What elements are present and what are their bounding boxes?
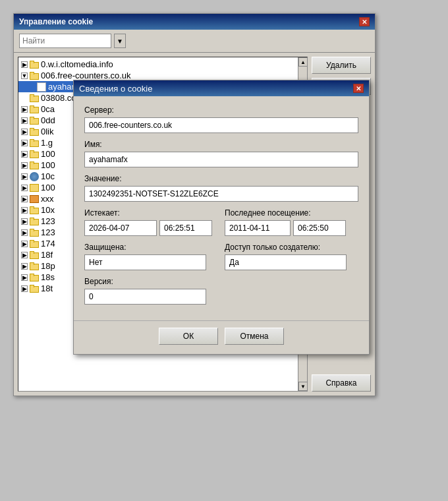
date-row: Истекает: Последнее посещение:: [84, 208, 358, 236]
tree-item-label: xxx: [41, 194, 54, 204]
last-visit-date-field[interactable]: [225, 220, 291, 236]
tree-item-label: 100: [41, 160, 55, 170]
expand-icon[interactable]: ▶: [21, 162, 28, 169]
dialog-title: Сведения о cookie: [79, 84, 152, 94]
search-dropdown-button[interactable]: ▼: [114, 34, 126, 48]
expand-icon[interactable]: ▼: [21, 73, 28, 79]
version-label: Версия:: [84, 277, 358, 286]
tree-item-label: 1.g: [41, 138, 53, 148]
expand-icon[interactable]: ▶: [21, 140, 28, 146]
expires-group: Истекает:: [84, 208, 218, 236]
expand-icon[interactable]: ▶: [21, 173, 28, 180]
tree-item-label: 174: [41, 239, 55, 249]
toolbar: ▼: [14, 30, 375, 53]
expires-time-field[interactable]: [159, 220, 212, 236]
expand-icon[interactable]: ▶: [21, 207, 28, 214]
dialog-body: Сервер: Имя: Значение: Истекает: Последн…: [74, 96, 369, 320]
scroll-down-button[interactable]: ▼: [298, 382, 308, 391]
tree-item-label: 006.free-counters.co.uk: [41, 71, 131, 80]
creator-only-label: Доступ только создателю:: [225, 243, 358, 252]
dialog-footer: ОК Отмена: [74, 320, 369, 354]
main-title: Управление cookie: [19, 17, 93, 26]
server-field[interactable]: [84, 117, 358, 133]
expand-icon[interactable]: ▶: [21, 61, 28, 68]
expand-icon[interactable]: ▶: [21, 117, 28, 124]
expand-icon[interactable]: ▶: [21, 106, 28, 113]
expand-icon[interactable]: ▶: [21, 274, 28, 281]
value-field[interactable]: [84, 186, 358, 202]
expand-icon[interactable]: ▶: [21, 285, 28, 292]
dialog-close-button[interactable]: ✕: [353, 84, 364, 93]
expand-icon[interactable]: ▶: [21, 218, 28, 225]
creator-only-field[interactable]: [225, 254, 347, 270]
main-titlebar: Управление cookie ✕: [14, 14, 375, 30]
server-label: Сервер:: [84, 105, 358, 115]
main-window: Управление cookie ✕ ▼ ▶ 0.w.i.cltomedia.…: [13, 13, 376, 396]
expand-icon[interactable]: ▶: [21, 129, 28, 135]
expand-icon[interactable]: ▶: [21, 263, 28, 270]
expand-icon[interactable]: ▶: [21, 151, 28, 158]
expand-icon[interactable]: ▶: [21, 252, 28, 258]
last-visit-group: Последнее посещение:: [225, 208, 358, 236]
protected-field[interactable]: [84, 254, 206, 270]
tree-item-label: 123: [41, 216, 55, 226]
name-label: Имя:: [84, 140, 358, 149]
last-visit-label: Последнее посещение:: [225, 208, 358, 218]
scroll-up-button[interactable]: ▲: [298, 57, 308, 67]
expand-icon[interactable]: ▶: [21, 229, 28, 236]
tree-item-label: 123: [41, 227, 55, 237]
tree-item-label: 18f: [41, 250, 53, 260]
ok-button[interactable]: ОК: [159, 328, 218, 345]
version-field[interactable]: [84, 289, 206, 305]
tree-item-label: 0ca: [41, 104, 55, 114]
cookie-detail-dialog: Сведения о cookie ✕ Сервер: Имя: Значени…: [73, 80, 370, 355]
tree-item-label: 0lik: [41, 127, 54, 136]
expand-icon[interactable]: ▶: [21, 185, 28, 191]
globe-icon: [30, 172, 39, 181]
protected-label: Защищена:: [84, 243, 218, 252]
expires-inputs: [84, 220, 218, 236]
main-close-button[interactable]: ✕: [359, 17, 370, 26]
tree-item-label: 10x: [41, 205, 55, 215]
search-input[interactable]: [19, 34, 111, 48]
expires-date-field[interactable]: [84, 220, 157, 236]
tree-item-label: 18t: [41, 283, 53, 293]
help-button[interactable]: Справка: [312, 374, 371, 392]
tree-item-label: 0.w.i.cltomedia.info: [41, 59, 113, 69]
tree-item-label: 18s: [41, 272, 55, 282]
name-field[interactable]: [84, 152, 358, 167]
creator-only-group: Доступ только создателю:: [225, 243, 358, 270]
last-visit-time-field[interactable]: [293, 220, 346, 236]
dialog-titlebar: Сведения о cookie ✕: [74, 80, 369, 96]
expand-icon[interactable]: ▶: [21, 241, 28, 247]
flags-row: Защищена: Доступ только создателю:: [84, 243, 358, 270]
value-label: Значение:: [84, 174, 358, 183]
delete-button[interactable]: Удалить: [312, 57, 371, 74]
tree-item-label: 0dd: [41, 115, 55, 125]
last-visit-inputs: [225, 220, 358, 236]
tree-item-label: 10c: [41, 171, 55, 181]
tree-item-label: 18p: [41, 261, 55, 271]
cancel-button[interactable]: Отмена: [225, 328, 284, 345]
tree-item-label: 100: [41, 183, 55, 192]
tree-item-label: 100: [41, 149, 55, 159]
expand-icon[interactable]: ▶: [21, 196, 28, 202]
list-item[interactable]: ▶ 0.w.i.cltomedia.info: [18, 59, 298, 70]
expires-label: Истекает:: [84, 208, 218, 218]
protected-group: Защищена:: [84, 243, 218, 270]
